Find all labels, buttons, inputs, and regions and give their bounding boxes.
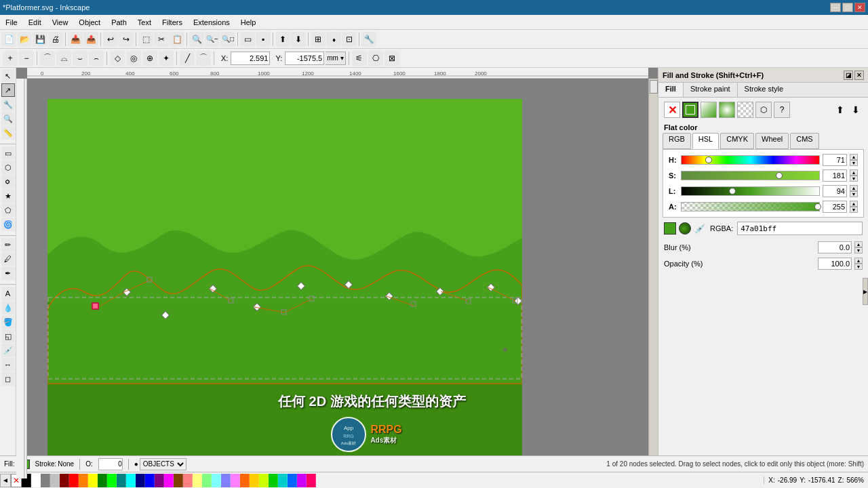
a-value-input[interactable] [823,201,847,213]
layer-select[interactable]: OBJECTS [140,458,186,470]
tab-cmyk[interactable]: CMYK [720,133,754,149]
s-thumb[interactable] [776,172,783,179]
tool-connector[interactable]: ↔ [1,358,15,371]
x-coord-input[interactable] [231,52,270,65]
unit-selector[interactable]: mm ▾ [326,52,345,65]
h-track[interactable] [681,155,820,165]
swatch-23[interactable] [240,474,250,487]
maximize-button[interactable]: □ [842,3,853,12]
l-value-input[interactable] [823,185,847,197]
rgba-input[interactable] [737,222,863,235]
eyedropper-icon[interactable]: 💉 [694,222,706,235]
swatch-11[interactable] [126,474,136,487]
a-thumb[interactable] [814,203,821,210]
swatch-27[interactable] [278,474,288,487]
swatch-29[interactable] [297,474,307,487]
h-spin-up[interactable]: ▲ [850,154,858,160]
tool-spiral[interactable]: 🌀 [1,218,15,231]
export-button[interactable]: 📤 [83,32,98,47]
tab-fill[interactable]: Fill [658,83,684,97]
undo-button[interactable]: ↩ [103,32,118,47]
scroll-thumb-v[interactable] [650,80,658,94]
join-node-btn[interactable]: ⌒ [40,51,55,66]
menu-view[interactable]: View [47,17,74,28]
btn-no-paint[interactable]: ✕ [664,102,680,118]
save-button[interactable]: 💾 [33,32,47,47]
tool-3d-box[interactable]: ⬡ [1,161,15,174]
panel-detach-button[interactable]: ◪ [844,70,853,80]
l-thumb[interactable] [729,188,736,195]
menu-edit[interactable]: Edit [23,17,47,28]
swatch-3[interactable] [50,474,60,487]
tab-wheel[interactable]: Wheel [755,133,789,149]
tool-fill[interactable]: 🪣 [1,315,15,329]
zoom-fit-button[interactable]: 🔍□ [220,32,235,47]
l-spin-down[interactable]: ▼ [850,191,858,197]
redo-button[interactable]: ↪ [119,32,134,47]
menu-extensions[interactable]: Extensions [188,17,235,28]
scrollbar-vertical[interactable] [648,79,658,479]
swatch-30[interactable] [307,474,316,487]
tool-eraser[interactable]: ◻ [1,372,15,386]
palette-scroll-left[interactable]: ◄ [0,474,11,487]
tool-star[interactable]: ★ [1,189,15,203]
canvas-area[interactable]: 0 200 400 600 800 1000 1200 1400 1600 18… [16,68,658,488]
btn-flat-color[interactable] [682,102,698,118]
tool-ellipse[interactable]: ⭘ [1,175,15,188]
a-track[interactable] [681,202,820,211]
swatch-16[interactable] [174,474,183,487]
menu-path[interactable]: Path [106,17,132,28]
swatch-7[interactable] [88,474,98,487]
btn-radial-gradient[interactable] [719,102,735,118]
tool-node[interactable]: ↗ [1,83,15,97]
swatch-5[interactable] [69,474,79,487]
btn-prev-color[interactable]: ⬆ [833,103,847,117]
break-node-btn[interactable]: ⌓ [56,51,71,66]
l-spin-up[interactable]: ▲ [850,185,858,191]
swatch-17[interactable] [183,474,193,487]
swatch-12[interactable] [136,474,145,487]
swatch-1[interactable] [31,474,41,487]
swatch-6[interactable] [79,474,88,487]
h-spin-down[interactable]: ▼ [850,160,858,166]
swatch-19[interactable] [202,474,212,487]
tool-pen[interactable]: 🖊 [1,252,15,266]
tool-calligraphy[interactable]: ✒ [1,266,15,280]
cusp-node-btn[interactable]: ◇ [110,51,125,66]
tool-polygon[interactable]: ⬠ [1,203,15,217]
blur-input[interactable] [818,241,852,253]
zoom-out-button[interactable]: 🔍− [205,32,220,47]
tool-zoom[interactable]: 🔍 [1,112,15,125]
swatch-15[interactable] [164,474,174,487]
opacity-spin-down[interactable]: ▼ [854,264,863,270]
fill-preview-icon[interactable] [664,222,676,235]
paint-bucket-icon[interactable] [679,222,691,235]
swatch-21[interactable] [221,474,231,487]
tool-pencil[interactable]: ✏ [1,238,15,251]
import-button[interactable]: 📥 [68,32,83,47]
tool-spray[interactable]: 💧 [1,301,15,314]
tool-text[interactable]: A [1,287,15,300]
menu-help[interactable]: Help [235,17,262,28]
raise-button[interactable]: ⬆ [275,32,290,47]
s-track[interactable] [681,171,820,180]
open-button[interactable]: 📂 [17,32,32,47]
swatch-24[interactable] [250,474,259,487]
select-same-button[interactable]: ⬚ [138,32,153,47]
h-thumb[interactable] [705,157,712,163]
show-handles-btn[interactable]: ⚟ [352,51,367,66]
delete-node-btn[interactable]: − [19,51,34,66]
lower-button[interactable]: ⬇ [291,32,306,47]
btn-unknown[interactable]: ? [774,102,790,118]
y-coord-input[interactable] [285,52,324,65]
a-spin-up[interactable]: ▲ [850,201,858,207]
join-segment-btn[interactable]: ⌣ [73,51,87,66]
swatch-26[interactable] [269,474,278,487]
swatch-4[interactable] [60,474,69,487]
add-node-btn[interactable]: + [3,51,18,66]
swatch-22[interactable] [231,474,240,487]
tab-stroke-paint[interactable]: Stroke paint [684,83,738,97]
layer-selector[interactable]: ● OBJECTS [134,458,186,470]
new-button[interactable]: 📄 [1,32,16,47]
opacity-spin-up[interactable]: ▲ [854,258,863,264]
